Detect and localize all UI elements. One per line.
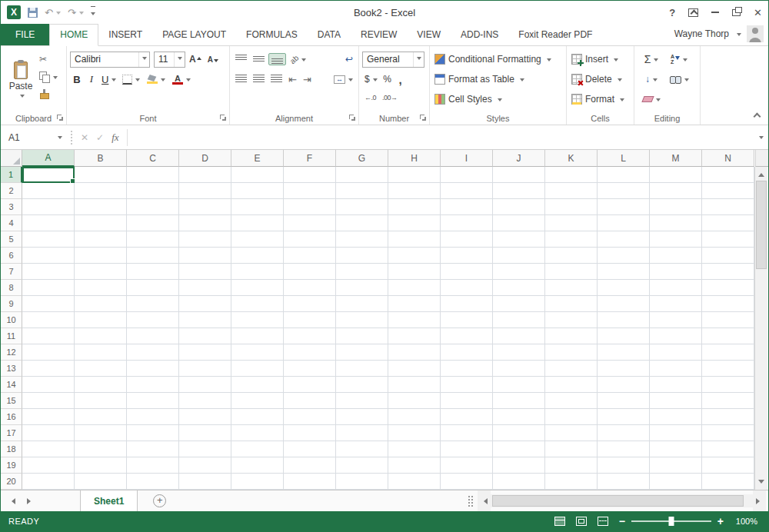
- cell-f8[interactable]: [284, 280, 336, 296]
- cell-a16[interactable]: [22, 409, 75, 425]
- cell-m19[interactable]: [650, 457, 702, 474]
- cell-h3[interactable]: [388, 199, 441, 215]
- column-header-j[interactable]: J: [493, 150, 545, 167]
- number-format-dropdown[interactable]: [413, 52, 424, 67]
- cell-l8[interactable]: [598, 280, 650, 296]
- cell-b14[interactable]: [75, 377, 127, 393]
- cell-i20[interactable]: [441, 474, 493, 490]
- font-name-dropdown[interactable]: [138, 52, 149, 67]
- cell-l2[interactable]: [598, 183, 650, 199]
- cell-d6[interactable]: [179, 248, 231, 264]
- cell-f5[interactable]: [284, 231, 336, 248]
- cell-g11[interactable]: [336, 328, 388, 344]
- cell-b17[interactable]: [75, 425, 127, 441]
- cell-h5[interactable]: [388, 231, 441, 248]
- cell-c11[interactable]: [127, 328, 179, 344]
- cell-c5[interactable]: [127, 231, 179, 248]
- cell-n16[interactable]: [702, 409, 754, 425]
- cell-i19[interactable]: [441, 457, 493, 474]
- copy-button[interactable]: [38, 69, 59, 85]
- cell-h13[interactable]: [388, 361, 441, 377]
- cell-e16[interactable]: [231, 409, 284, 425]
- tab-add-ins[interactable]: ADD-INS: [451, 25, 508, 45]
- column-header-d[interactable]: D: [179, 150, 231, 167]
- cell-h10[interactable]: [388, 312, 441, 328]
- cell-g8[interactable]: [336, 280, 388, 296]
- row-header-4[interactable]: 4: [1, 215, 22, 231]
- cell-f12[interactable]: [284, 344, 336, 361]
- cell-a3[interactable]: [22, 199, 75, 215]
- decrease-font-size-button[interactable]: A: [205, 55, 221, 65]
- cell-f14[interactable]: [284, 377, 336, 393]
- cell-a18[interactable]: [22, 441, 75, 457]
- paste-button[interactable]: Paste: [4, 49, 38, 111]
- cell-b16[interactable]: [75, 409, 127, 425]
- underline-button[interactable]: U: [99, 73, 118, 86]
- column-header-k[interactable]: K: [545, 150, 598, 167]
- cell-b3[interactable]: [75, 199, 127, 215]
- cell-b7[interactable]: [75, 264, 127, 280]
- undo-caret-icon[interactable]: [56, 12, 61, 17]
- cell-m13[interactable]: [650, 361, 702, 377]
- enter-entry-button[interactable]: ✓: [96, 132, 104, 143]
- cell-l5[interactable]: [598, 231, 650, 248]
- save-icon[interactable]: [28, 8, 38, 18]
- italic-button[interactable]: I: [85, 72, 98, 86]
- cell-e20[interactable]: [231, 474, 284, 490]
- cut-button[interactable]: ✂: [38, 52, 59, 67]
- cell-e12[interactable]: [231, 344, 284, 361]
- row-header-10[interactable]: 10: [1, 312, 22, 328]
- cell-b8[interactable]: [75, 280, 127, 296]
- cell-l13[interactable]: [598, 361, 650, 377]
- row-header-5[interactable]: 5: [1, 231, 22, 248]
- conditional-formatting-button[interactable]: Conditional Formatting: [434, 54, 551, 65]
- cell-m16[interactable]: [650, 409, 702, 425]
- cell-i11[interactable]: [441, 328, 493, 344]
- cell-n12[interactable]: [702, 344, 754, 361]
- cell-l3[interactable]: [598, 199, 650, 215]
- cell-h19[interactable]: [388, 457, 441, 474]
- number-dialog-launcher[interactable]: [420, 115, 427, 121]
- cell-i12[interactable]: [441, 344, 493, 361]
- cell-e4[interactable]: [231, 215, 284, 231]
- cell-h11[interactable]: [388, 328, 441, 344]
- avatar[interactable]: [747, 25, 764, 42]
- row-header-6[interactable]: 6: [1, 248, 22, 264]
- cell-d15[interactable]: [179, 393, 231, 409]
- tab-data[interactable]: DATA: [308, 25, 351, 45]
- cell-m11[interactable]: [650, 328, 702, 344]
- cell-f3[interactable]: [284, 199, 336, 215]
- cell-k5[interactable]: [545, 231, 598, 248]
- cell-styles-button[interactable]: Cell Styles: [434, 94, 502, 105]
- cell-d13[interactable]: [179, 361, 231, 377]
- cell-g17[interactable]: [336, 425, 388, 441]
- cell-a20[interactable]: [22, 474, 75, 490]
- cell-a4[interactable]: [22, 215, 75, 231]
- cell-e17[interactable]: [231, 425, 284, 441]
- cell-g13[interactable]: [336, 361, 388, 377]
- cell-k19[interactable]: [545, 457, 598, 474]
- scroll-right-button[interactable]: [753, 490, 766, 511]
- cell-a11[interactable]: [22, 328, 75, 344]
- cell-e3[interactable]: [231, 199, 284, 215]
- cell-b1[interactable]: [75, 167, 127, 183]
- cell-a8[interactable]: [22, 280, 75, 296]
- cell-l15[interactable]: [598, 393, 650, 409]
- cell-k16[interactable]: [545, 409, 598, 425]
- row-header-9[interactable]: 9: [1, 296, 22, 312]
- cell-k20[interactable]: [545, 474, 598, 490]
- row-header-14[interactable]: 14: [1, 377, 22, 393]
- cell-n8[interactable]: [702, 280, 754, 296]
- cell-h12[interactable]: [388, 344, 441, 361]
- cell-h15[interactable]: [388, 393, 441, 409]
- cell-e10[interactable]: [231, 312, 284, 328]
- scroll-left-button[interactable]: [478, 490, 491, 511]
- align-left-button[interactable]: [233, 74, 249, 85]
- cell-k11[interactable]: [545, 328, 598, 344]
- cell-g5[interactable]: [336, 231, 388, 248]
- cell-i14[interactable]: [441, 377, 493, 393]
- cell-b19[interactable]: [75, 457, 127, 474]
- cell-d16[interactable]: [179, 409, 231, 425]
- cell-b13[interactable]: [75, 361, 127, 377]
- cell-m8[interactable]: [650, 280, 702, 296]
